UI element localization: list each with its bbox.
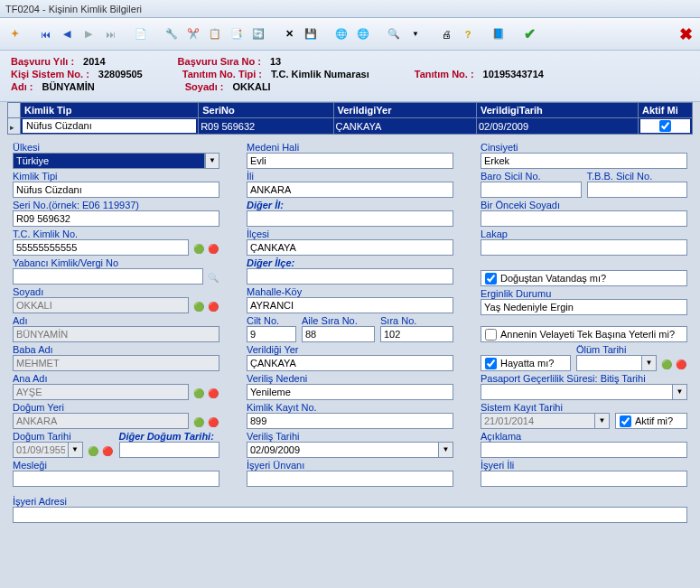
verilis-nedeni-input[interactable] — [247, 384, 453, 400]
cell-verildigitarih[interactable]: 02/09/2009 — [479, 121, 528, 132]
verilis-tarihi-input[interactable] — [247, 442, 439, 458]
ana-action-icon-1[interactable]: 🟢 — [192, 387, 205, 399]
soyadi-action-icon-2[interactable]: 🔴 — [207, 300, 219, 313]
ulkesi-select[interactable] — [13, 153, 205, 169]
olum-input[interactable] — [576, 355, 642, 371]
aktif-checkbox[interactable] — [620, 415, 631, 427]
identity-grid[interactable]: Kimlik Tip SeriNo VerildigiYer Verildigi… — [7, 102, 693, 135]
hayatta-checkbox-wrap[interactable]: Hayatta mı? — [481, 355, 571, 371]
isyeri-ili-input[interactable] — [481, 471, 687, 487]
diger-dogum-input[interactable] — [119, 442, 220, 458]
tool-c-icon[interactable]: 📋 — [206, 25, 224, 43]
ulkesi-dropdown-icon[interactable]: ▼ — [205, 153, 219, 169]
col-kimlik-tip[interactable]: Kimlik Tip — [21, 103, 199, 118]
olum-dropdown-icon[interactable]: ▼ — [642, 355, 657, 371]
cell-verildigiyer[interactable]: ÇANKAYA — [336, 121, 382, 132]
diger-ilce-input[interactable] — [247, 268, 453, 285]
tc-input[interactable] — [13, 239, 189, 256]
hayatta-checkbox[interactable] — [485, 358, 497, 369]
cell-aktifmi-checkbox[interactable] — [659, 120, 671, 132]
search-doc-icon[interactable]: 🔍 — [385, 25, 403, 43]
tc-label: T.C. Kimlik No. — [13, 229, 189, 239]
verildigi-yer-input[interactable] — [247, 355, 453, 371]
isyeri-adresi-input[interactable] — [13, 507, 687, 523]
pasaport-input[interactable] — [481, 384, 673, 400]
dogustan-label: Doğuştan Vatandaş mı? — [500, 273, 606, 284]
cinsiyeti-input[interactable] — [481, 153, 687, 169]
dogum-tarihi-dropdown-icon[interactable]: ▼ — [69, 442, 83, 458]
verilis-tarihi-dropdown-icon[interactable]: ▼ — [439, 442, 453, 458]
save-icon[interactable]: 💾 — [302, 25, 320, 43]
col-serino[interactable]: SeriNo — [199, 103, 333, 118]
misc-icon[interactable]: 📘 — [490, 25, 508, 43]
pasaport-dropdown-icon[interactable]: ▼ — [673, 384, 687, 400]
tool-b-icon[interactable]: ✂️ — [184, 25, 202, 43]
ana-action-icon-2[interactable]: 🔴 — [207, 387, 219, 399]
yabanci-input[interactable] — [13, 268, 203, 285]
aciklama-input[interactable] — [481, 442, 687, 458]
cilt-input[interactable] — [247, 326, 296, 342]
tc-action-icon-2[interactable]: 🔴 — [207, 242, 219, 255]
aile-input[interactable] — [302, 326, 375, 342]
form-icon[interactable]: 📄 — [132, 25, 150, 43]
ili-input[interactable] — [247, 182, 453, 198]
yabanci-lookup-icon[interactable]: 🔍 — [207, 271, 219, 284]
ilcesi-input[interactable] — [247, 239, 453, 256]
nav-next-icon[interactable]: ▶ — [79, 25, 98, 43]
globe-icon-1[interactable]: 🌐 — [332, 25, 350, 43]
annenin-checkbox-wrap[interactable]: Annenin Velayeti Tek Başına Yeterli mi? — [481, 326, 687, 342]
isyeri-unvan-input[interactable] — [247, 471, 453, 487]
aciklama-label: Açıklama — [481, 431, 687, 442]
annenin-checkbox[interactable] — [485, 329, 497, 341]
app-icon[interactable]: ✦ — [5, 25, 23, 43]
tool-d-icon[interactable]: 📑 — [228, 25, 246, 43]
medeni-input[interactable] — [247, 153, 453, 169]
delete-icon[interactable]: ✕ — [280, 25, 298, 43]
diger-il-input[interactable] — [247, 210, 453, 227]
close-icon[interactable]: ✖ — [677, 25, 695, 43]
kisi-sistem-label: Kişi Sistem No. : — [11, 69, 89, 79]
seri-no-input[interactable] — [13, 210, 219, 227]
tbb-input[interactable] — [587, 182, 688, 198]
dogustan-checkbox[interactable] — [485, 273, 497, 285]
cell-kimlik-tip[interactable]: Nüfus Cüzdanı — [23, 119, 196, 133]
chevron-down-icon[interactable]: ▼ — [406, 25, 425, 43]
cell-serino[interactable]: R09 569632 — [201, 121, 255, 132]
nav-last-icon[interactable]: ⏭ — [101, 25, 119, 43]
help-icon[interactable]: ? — [459, 25, 477, 43]
dogum-tarihi-action-icon-1[interactable]: 🟢 — [87, 444, 99, 457]
baro-input[interactable] — [481, 182, 582, 198]
soyadi-action-icon-1[interactable]: 🟢 — [192, 300, 205, 313]
mahalle-input[interactable] — [247, 297, 453, 313]
aktif-checkbox-wrap[interactable]: Aktif mi? — [615, 413, 687, 429]
tool-a-icon[interactable]: 🔧 — [163, 25, 181, 43]
mahalle-label: Mahalle-Köy — [247, 286, 453, 297]
olum-action-icon-1[interactable]: 🟢 — [660, 358, 673, 370]
bir-onceki-input[interactable] — [481, 210, 687, 227]
dogum-yeri-action-icon-1[interactable]: 🟢 — [192, 415, 205, 428]
kimlik-tipi-input[interactable] — [13, 182, 219, 198]
print-icon[interactable]: 🖨 — [437, 25, 455, 43]
globe-icon-2[interactable]: 🌐 — [354, 25, 372, 43]
confirm-icon[interactable]: ✔ — [520, 25, 538, 43]
col-verildigitarih[interactable]: VerildigiTarih — [476, 103, 638, 118]
lakap-input[interactable] — [481, 239, 687, 256]
col-verildigiyer[interactable]: VerildigiYer — [333, 103, 476, 118]
meslegi-input[interactable] — [13, 471, 219, 487]
olum-action-icon-2[interactable]: 🔴 — [675, 358, 687, 370]
dogum-tarihi-action-icon-2[interactable]: 🔴 — [101, 444, 114, 457]
dogum-yeri-action-icon-2[interactable]: 🔴 — [207, 415, 219, 428]
nav-first-icon[interactable]: ⏮ — [36, 25, 54, 43]
kimlik-kayit-input[interactable] — [247, 413, 453, 429]
nav-prev-icon[interactable]: ◀ — [58, 25, 76, 43]
col-aktifmi[interactable]: Aktif Mi — [639, 103, 693, 118]
dogustan-checkbox-wrap[interactable]: Doğuştan Vatandaş mı? — [481, 270, 687, 286]
basvuru-yili-label: Başvuru Yılı : — [11, 56, 74, 67]
dogum-yeri-input — [13, 413, 189, 429]
tc-action-icon-1[interactable]: 🟢 — [192, 242, 205, 255]
tool-e-icon[interactable]: 🔄 — [249, 25, 267, 43]
table-row[interactable]: ▸ Nüfus Cüzdanı R09 569632 ÇANKAYA 02/09… — [8, 118, 693, 135]
erginlik-input[interactable] — [481, 299, 687, 315]
sistem-kayit-dropdown-icon[interactable]: ▼ — [595, 413, 610, 429]
sira-input[interactable] — [380, 326, 453, 342]
